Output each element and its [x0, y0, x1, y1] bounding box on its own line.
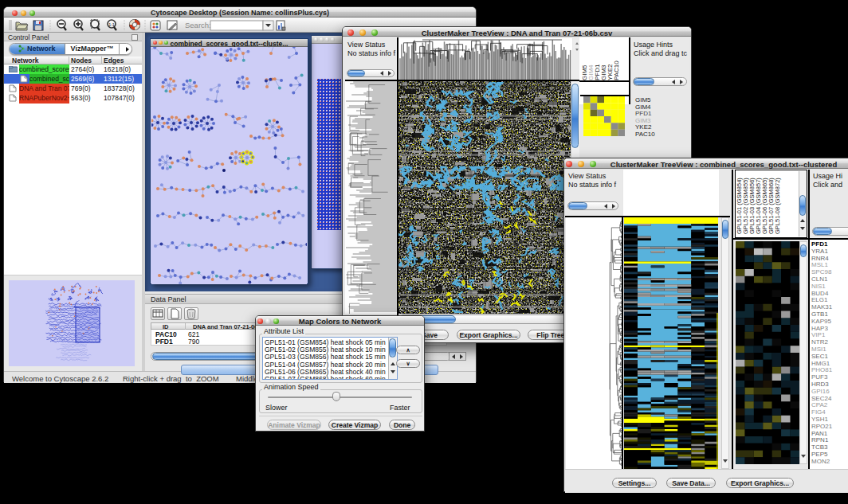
svg-text:Search:: Search: [185, 21, 211, 29]
svg-text:1:1: 1:1 [108, 22, 115, 27]
